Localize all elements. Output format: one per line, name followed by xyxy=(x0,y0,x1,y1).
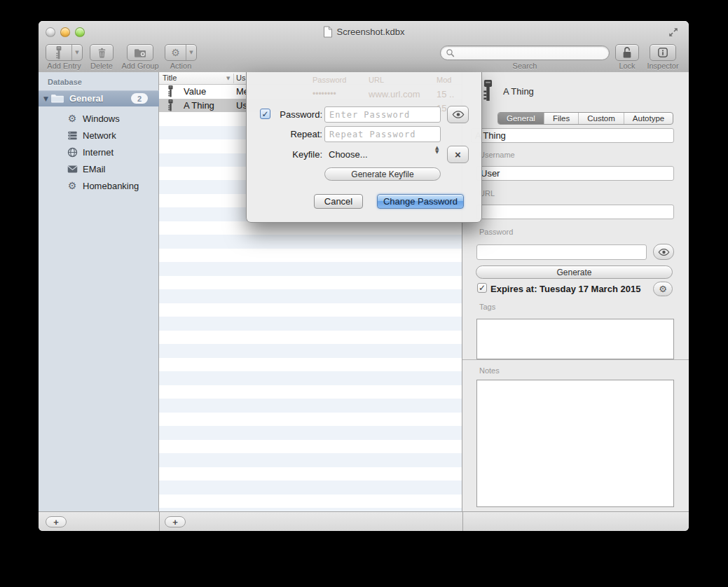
entry-title-cell: Value xyxy=(184,86,206,97)
key-icon xyxy=(167,99,174,111)
group-count-badge: 2 xyxy=(131,93,148,104)
lock-label: Lock xyxy=(610,62,645,70)
column-header-title[interactable]: Title xyxy=(163,74,177,82)
sort-indicator-icon: ▼ xyxy=(226,76,230,81)
stepper-arrows-icon[interactable]: ▲▼ xyxy=(435,146,439,154)
sidebar: Database ▼ General 2 ⚙ Windows Network xyxy=(39,72,159,511)
chevron-down-icon[interactable]: ▼ xyxy=(186,45,196,60)
ghost-column-password: Password xyxy=(313,76,346,84)
tags-textarea[interactable] xyxy=(476,319,674,359)
disclosure-triangle-icon[interactable]: ▼ xyxy=(43,95,50,102)
close-icon: × xyxy=(455,149,461,160)
add-group-button[interactable] xyxy=(127,44,153,61)
eye-icon xyxy=(658,248,670,256)
sidebar-item-homebanking[interactable]: ⚙ Homebanking xyxy=(39,178,159,193)
bottom-bar: + + xyxy=(39,511,689,531)
password-label: Password: xyxy=(261,109,322,120)
username-label: Username xyxy=(479,151,515,159)
desktop-background: Screenshot.kdbx ▼ ⚙ ▼ Add Entry Delete A… xyxy=(0,0,728,587)
gear-icon: ⚙ xyxy=(659,284,667,294)
search-input[interactable] xyxy=(440,46,610,60)
search-label: Search xyxy=(440,62,610,70)
column-divider[interactable] xyxy=(233,74,234,83)
column-header-username[interactable]: Us xyxy=(236,74,245,82)
add-entry-button[interactable]: ▼ xyxy=(46,44,83,61)
delete-button[interactable] xyxy=(90,44,114,61)
sidebar-item-label: Network xyxy=(83,130,116,141)
sidebar-item-internet[interactable]: Internet xyxy=(39,144,159,160)
keyfile-popup[interactable]: Choose... xyxy=(329,149,368,160)
globe-icon xyxy=(67,146,78,158)
ghost-column-url: URL xyxy=(369,76,384,84)
clear-keyfile-button[interactable]: × xyxy=(447,146,469,163)
password-input[interactable] xyxy=(324,106,441,123)
folder-icon xyxy=(50,93,64,104)
username-field[interactable] xyxy=(476,166,674,181)
generate-password-button[interactable]: Generate xyxy=(476,265,673,279)
ghost-password-dots: •••••••• xyxy=(313,89,336,99)
chevron-down-icon[interactable]: ▼ xyxy=(71,45,82,60)
reveal-password-button[interactable] xyxy=(447,106,469,123)
ghost-modified: 15 .. xyxy=(437,89,454,99)
notes-textarea[interactable] xyxy=(476,380,674,507)
section-divider xyxy=(462,359,689,360)
ghost-column-modified: Mod xyxy=(437,76,451,84)
sidebar-item-windows[interactable]: ⚙ Windows xyxy=(39,111,159,126)
search-icon xyxy=(446,48,455,57)
key-icon xyxy=(481,80,495,102)
add-entry-plus-button[interactable]: + xyxy=(165,516,186,527)
sidebar-header: Database xyxy=(48,78,82,86)
expires-checkbox[interactable]: ✓ xyxy=(477,283,487,293)
sidebar-item-label: Windows xyxy=(83,113,120,124)
gear-icon: ⚙ xyxy=(67,113,78,124)
sidebar-item-email[interactable]: EMail xyxy=(39,161,159,177)
sidebar-item-label: Internet xyxy=(83,147,114,158)
inspector-entry-title: A Thing xyxy=(503,86,534,97)
titlebar: Screenshot.kdbx xyxy=(39,26,689,37)
window-chrome: Screenshot.kdbx ▼ ⚙ ▼ Add Entry Delete A… xyxy=(39,21,689,73)
tab-autotype[interactable]: Autotype xyxy=(624,113,673,124)
tab-custom[interactable]: Custom xyxy=(579,113,624,124)
inspector-panel: A Thing General Files Custom Autotype Us… xyxy=(462,72,689,511)
fullscreen-icon[interactable] xyxy=(668,27,679,38)
folder-plus-icon xyxy=(134,48,146,58)
repeat-input[interactable] xyxy=(324,126,441,142)
delete-label: Delete xyxy=(90,62,114,70)
inspector-button[interactable] xyxy=(650,44,676,61)
expires-settings-button[interactable]: ⚙ xyxy=(653,282,673,296)
trash-icon xyxy=(97,48,107,58)
key-icon xyxy=(167,85,174,97)
tab-general[interactable]: General xyxy=(498,113,544,124)
info-icon xyxy=(657,47,668,58)
expires-label: Expires at: Tuesday 17 March 2015 xyxy=(490,284,640,294)
change-password-button[interactable]: Change Password xyxy=(377,194,464,209)
repeat-label: Repeat: xyxy=(261,129,322,139)
sidebar-item-network[interactable]: Network xyxy=(39,127,159,143)
gear-icon: ⚙ xyxy=(67,180,78,191)
gear-icon: ⚙ xyxy=(165,45,186,60)
password-field[interactable] xyxy=(476,244,647,260)
sidebar-item-label: Homebanking xyxy=(83,181,139,191)
password-label: Password xyxy=(479,228,513,236)
tab-files[interactable]: Files xyxy=(544,113,579,124)
sidebar-item-label: EMail xyxy=(83,164,106,174)
tags-label: Tags xyxy=(479,303,495,311)
reveal-password-button[interactable] xyxy=(653,244,674,260)
padlock-icon xyxy=(621,46,633,59)
inspector-tabs: General Files Custom Autotype xyxy=(497,112,673,125)
cancel-button[interactable]: Cancel xyxy=(314,194,363,209)
generate-keyfile-button[interactable]: Generate Keyfile xyxy=(324,167,441,181)
window-title: Screenshot.kdbx xyxy=(337,27,405,37)
group-label: General xyxy=(69,93,103,104)
action-button[interactable]: ⚙ ▼ xyxy=(165,44,197,61)
divider xyxy=(462,512,463,531)
divider xyxy=(159,512,160,531)
add-group-plus-button[interactable]: + xyxy=(46,516,67,527)
lock-button[interactable] xyxy=(615,44,639,61)
action-label: Action xyxy=(165,62,197,70)
url-field[interactable] xyxy=(476,205,674,219)
ghost-url: www.url.com xyxy=(369,89,420,99)
sidebar-group-general[interactable]: ▼ General 2 xyxy=(39,90,159,106)
inspector-label: Inspector xyxy=(643,62,682,70)
title-field[interactable] xyxy=(471,128,674,143)
